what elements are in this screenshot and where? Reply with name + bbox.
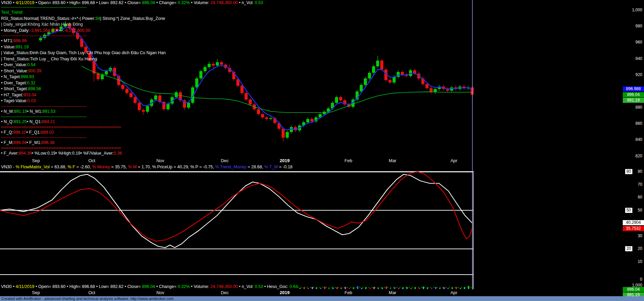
volume-bar [361, 288, 362, 289]
text-segment: 34 [95, 16, 100, 21]
text-segment: VN30 [1, 284, 12, 289]
price-tick-label: 880 [635, 105, 642, 110]
candle-body [208, 64, 211, 67]
text-segment: 896.38 [41, 140, 54, 145]
candle-body [249, 99, 252, 104]
text-segment: = -2.60, [75, 165, 92, 169]
volume-bar [373, 287, 375, 289]
volume-bar [423, 287, 424, 289]
indicator-tick-label: 30 [638, 233, 642, 238]
priceup-line-white [0, 174, 472, 248]
text-segment: 900.39 [28, 69, 41, 73]
info-line: • Taget-Value:0.03 [1, 98, 166, 104]
info-line: • F_Q:896.10• F_Q1:889.02 [1, 130, 166, 136]
text-segment: 0.32% [178, 0, 190, 5]
text-segment: 889.02 [41, 130, 54, 135]
text-segment: 896.10 [13, 130, 26, 135]
text-segment: Test_Trend: [1, 10, 24, 15]
volume-bar [332, 288, 334, 289]
separator-line: ========================================… [1, 125, 166, 130]
volume-bar [398, 288, 399, 289]
text-segment: • MT1: [1, 38, 13, 43]
volume-bar [435, 287, 436, 289]
text-segment: • Volume: [190, 0, 210, 5]
volume-bar [390, 288, 391, 289]
volume-bar [336, 287, 338, 289]
text-segment: VN30 - [1, 165, 15, 169]
text-segment: 24,748,350.00 [210, 0, 238, 5]
candle-body [261, 114, 264, 117]
info-line: • Short_Value:900.39 [1, 68, 166, 74]
text-segment: 4/11/2019 [16, 0, 35, 5]
text-segment: VN30 [1, 0, 12, 5]
volume-bar [451, 288, 453, 289]
text-segment: • n_Vol: [238, 284, 255, 289]
text-segment: | Trend_Status:Tich Luy _ Cho Thay Đôi X… [1, 57, 97, 61]
info-line: | Trend_Status:Tich Luy _ Cho Thay Đôi X… [1, 56, 166, 62]
separator-line: ========================================… [1, 146, 166, 150]
text-segment: ----------------------------------------… [1, 5, 87, 10]
text-segment: 891.19 [15, 45, 28, 49]
flowmatrix-pane-title: VN30 - % FlowMatrix_Vol = 63.88, % F = -… [1, 165, 293, 169]
price-tick-label: 940 [635, 56, 642, 61]
info-line: Test_Trend: [1, 10, 166, 16]
bottom-pane-title: VN30 • 4/11/2019 • Open= 893.60 • High= … [1, 284, 298, 289]
candle-body [368, 73, 371, 79]
candle-body [282, 129, 285, 138]
candle-body [339, 97, 342, 100]
candle-body [397, 72, 400, 77]
info-line: • MT1:896.99 [1, 38, 166, 44]
candle-body [425, 84, 429, 88]
text-segment: • N_Taget: [1, 74, 21, 79]
separator-line: ----------------------------------------… [1, 5, 166, 10]
price-tick-label: 920 [635, 72, 642, 77]
volume-bar [328, 288, 330, 289]
date-axis-bottom[interactable]: SepOctNovDec2019FebMarApr [0, 290, 644, 296]
text-segment: • %Low:0.19• %High:0.19• %F/Value_Aver: [32, 151, 114, 156]
info-line: • Over_Taget:0.32 [1, 80, 166, 86]
text-segment: 896.04 [13, 140, 26, 145]
status-bar: Created with AmiBroker - advanced charti… [0, 296, 644, 301]
candle-body [220, 62, 223, 64]
text-segment: 0.32 [27, 81, 35, 85]
text-segment: 891.25 [14, 119, 27, 124]
separator-line: ----------------------------------------… [1, 135, 166, 140]
month-label: Feb [345, 290, 352, 295]
volume-bar [316, 288, 317, 289]
text-segment: • Money_Daily: [1, 28, 30, 33]
volume-bar [382, 288, 383, 289]
text-segment: • F_Q: [1, 130, 13, 135]
text-segment: = 63.88, [50, 165, 67, 169]
info-line: • Value:891.19 [1, 44, 166, 50]
text-segment: 0.03 [27, 98, 36, 103]
candle-body [269, 118, 272, 119]
candle-body [195, 79, 198, 87]
volume-bar [324, 287, 325, 289]
info-line: • N_Q:891.25• N_Q1:884.21 [1, 119, 166, 125]
price-tag: 896.988 [623, 86, 644, 92]
volume-bar [406, 287, 408, 289]
candle-body [245, 93, 248, 99]
candle-body [306, 119, 309, 122]
price-tag: 896.04 [623, 92, 644, 97]
text-segment: • F_M1: [27, 140, 41, 145]
text-segment: • +-: [56, 28, 64, 33]
volume-tick-label: 0 [640, 277, 642, 282]
text-segment: % FlowMatrix_Vol [15, 165, 49, 169]
volume-bar [386, 287, 387, 289]
text-segment: 0.64 [289, 284, 298, 289]
month-label: Dec [221, 290, 228, 295]
text-segment: -3,691,264.00 [30, 28, 56, 33]
info-line: RSI_Status:Normal| TREND_Status:-#+*-| P… [1, 16, 166, 22]
volume-bar [345, 287, 346, 289]
text-segment: • Short_Value: [1, 69, 28, 73]
date-axis-top[interactable]: SepOctNovDec2019FebMarApr [0, 158, 644, 164]
text-segment: ========================================… [1, 125, 121, 130]
price-tick-label: 860 [635, 121, 642, 126]
info-line: • Short_Taget:898.56 [1, 86, 166, 92]
text-segment: 898.56 [28, 86, 41, 91]
price-tag: 896.04 [623, 287, 644, 292]
candle-body [265, 117, 268, 119]
indicator-tick-label: 20 [638, 246, 642, 251]
text-segment: 884.21 [42, 119, 55, 124]
